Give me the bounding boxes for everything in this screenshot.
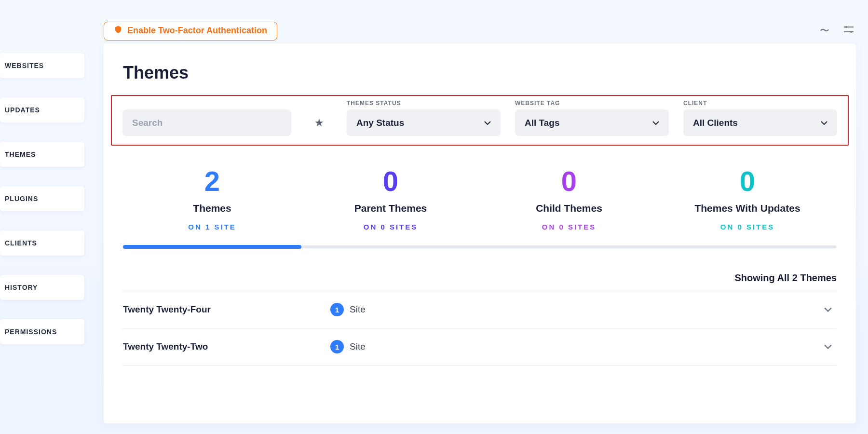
site-count-unit: Site [350, 341, 366, 352]
stat-sub: ON 0 SITES [658, 223, 837, 231]
tag-filter-wrap: WEBSITE TAG All Tags [515, 100, 669, 136]
theme-name: Twenty Twenty-Four [123, 304, 330, 315]
sidebar-item-plugins[interactable]: PLUGINS [0, 186, 84, 211]
stat-label: Themes With Updates [658, 203, 837, 214]
stat-label: Parent Themes [301, 203, 480, 214]
sites-cell: 1 Site [330, 303, 808, 316]
search-input[interactable] [122, 109, 291, 136]
top-right-tools: 〜 [820, 24, 854, 37]
sidebar-item-websites[interactable]: WEBSITES [0, 53, 84, 78]
svg-rect-1 [844, 27, 854, 27]
stat-label: Child Themes [480, 203, 658, 214]
stat-number: 0 [301, 167, 480, 195]
stat-label: Themes [123, 203, 301, 214]
showing-count: Showing All 2 Themes [104, 248, 856, 291]
stat-sub: ON 0 SITES [301, 223, 480, 231]
expand-row-icon[interactable] [808, 305, 837, 314]
banner-label: Enable Two-Factor Authentication [127, 26, 267, 36]
page-title: Themes [104, 60, 856, 95]
stat-number: 0 [658, 167, 837, 195]
stat-themes[interactable]: 2 Themes ON 1 SITE [123, 167, 301, 231]
theme-name: Twenty Twenty-Two [123, 341, 330, 352]
status-filter-wrap: THEMES STATUS Any Status [347, 100, 501, 136]
client-filter-wrap: CLIENT All Clients [683, 100, 837, 136]
stat-sub: ON 1 SITE [123, 223, 301, 231]
tab-indicator-track [123, 245, 837, 248]
stat-child-themes[interactable]: 0 Child Themes ON 0 SITES [480, 167, 658, 231]
stat-sub: ON 0 SITES [480, 223, 658, 231]
expand-row-icon[interactable] [808, 342, 837, 351]
wave-icon[interactable]: 〜 [820, 24, 829, 37]
slider-icon[interactable] [844, 24, 854, 37]
tab-indicator-fill [123, 245, 301, 249]
client-filter-label: CLIENT [683, 100, 837, 107]
stat-number: 2 [123, 167, 301, 195]
sidebar-item-clients[interactable]: CLIENTS [0, 231, 84, 256]
chevron-down-icon [484, 121, 491, 125]
shield-icon [114, 25, 122, 36]
sidebar-item-permissions[interactable]: PERMISSIONS [0, 319, 84, 344]
svg-rect-3 [844, 31, 854, 32]
tag-select-value: All Tags [525, 118, 560, 128]
chevron-down-icon [821, 121, 827, 125]
two-factor-banner[interactable]: Enable Two-Factor Authentication [104, 22, 277, 41]
chevron-down-icon [652, 121, 659, 125]
sidebar-item-history[interactable]: HISTORY [0, 275, 84, 300]
site-count-badge: 1 [330, 340, 344, 353]
status-select-value: Any Status [356, 118, 404, 128]
main-card: Themes . ★ THEMES STATUS Any Status WEBS… [104, 43, 856, 423]
status-filter-label: THEMES STATUS [347, 100, 501, 107]
tag-filter-label: WEBSITE TAG [515, 100, 669, 107]
status-select[interactable]: Any Status [347, 109, 501, 136]
stat-number: 0 [480, 167, 658, 195]
sidebar-item-updates[interactable]: UPDATES [0, 97, 84, 122]
stat-parent-themes[interactable]: 0 Parent Themes ON 0 SITES [301, 167, 480, 231]
search-wrap: . [122, 100, 291, 136]
sites-cell: 1 Site [330, 340, 808, 353]
sidebar-item-themes[interactable]: THEMES [0, 142, 84, 167]
site-count-unit: Site [350, 304, 366, 315]
client-select[interactable]: All Clients [683, 109, 837, 136]
table-row[interactable]: Twenty Twenty-Four 1 Site [123, 291, 837, 328]
sidebar: WEBSITES UPDATES THEMES PLUGINS CLIENTS … [0, 53, 84, 344]
favorite-star-icon[interactable]: ★ [306, 117, 332, 136]
filter-bar: . ★ THEMES STATUS Any Status WEBSITE TAG… [111, 95, 849, 146]
table-row[interactable]: Twenty Twenty-Two 1 Site [123, 328, 837, 366]
client-select-value: All Clients [693, 118, 738, 128]
tag-select[interactable]: All Tags [515, 109, 669, 136]
stats-row: 2 Themes ON 1 SITE 0 Parent Themes ON 0 … [104, 146, 856, 245]
site-count-badge: 1 [330, 303, 344, 316]
stat-themes-with-updates[interactable]: 0 Themes With Updates ON 0 SITES [658, 167, 837, 231]
